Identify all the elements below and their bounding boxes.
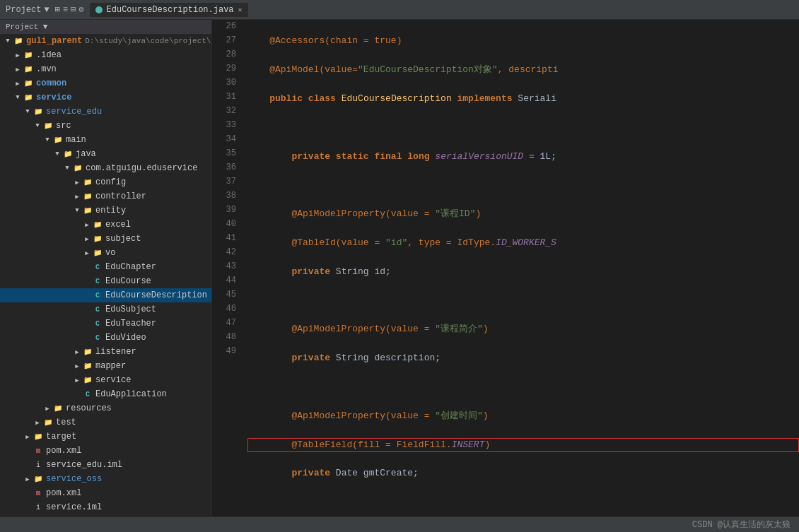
arrow-common: ▶: [13, 80, 23, 88]
sidebar-item-target[interactable]: ▶ 📁 target: [0, 430, 211, 444]
sidebar-item-test[interactable]: ▶ 📁 test: [0, 415, 211, 430]
arrow-service-edu: ▼: [23, 108, 33, 115]
src-label: src: [56, 121, 71, 131]
sidebar-item-eduteacher[interactable]: C EduTeacher: [0, 317, 211, 331]
sidebar-item-entity[interactable]: ▼ 📁 entity: [0, 203, 211, 218]
pom-oss-label: pom.xml: [46, 488, 81, 498]
eduapp-label: EduApplication: [95, 389, 167, 399]
project-dropdown-icon[interactable]: ▼: [44, 5, 49, 15]
root-label: guli_parent: [26, 36, 82, 46]
sidebar-item-pom-service-edu[interactable]: m pom.xml: [0, 444, 211, 458]
edusubject-icon: C: [92, 305, 103, 314]
icon-grid[interactable]: ⊞: [55, 4, 60, 15]
sidebar-item-java[interactable]: ▼ 📁 java: [0, 147, 211, 161]
sidebar-item-iml-service-edu[interactable]: i service_edu.iml: [0, 458, 211, 472]
eduteacher-label: EduTeacher: [105, 319, 156, 329]
config-icon: 📁: [82, 177, 93, 187]
eduvideo-label: EduVideo: [105, 333, 146, 343]
arrow-main: ▼: [42, 136, 52, 143]
entity-label: entity: [95, 206, 126, 215]
test-label: test: [56, 418, 76, 427]
arrow-subject: ▶: [82, 235, 92, 243]
mvn-folder-icon: 📁: [23, 64, 34, 74]
arrow-excel: ▶: [82, 221, 92, 229]
line-numbers: 26272829 30313233 34353637 38394041 4243…: [212, 20, 242, 516]
arrow-controller: ▶: [72, 193, 82, 201]
editor-tab-active[interactable]: EduCourseDescription.java ✕: [90, 3, 248, 17]
sidebar-item-eduapp[interactable]: C EduApplication: [0, 387, 211, 401]
service-oss-label: service_oss: [46, 474, 102, 484]
arrow-package: ▼: [62, 165, 72, 172]
sidebar-item-edusubject[interactable]: C EduSubject: [0, 302, 211, 317]
sidebar-item-package[interactable]: ▼ 📁 com.atguigu.eduservice: [0, 161, 211, 175]
root-path: D:\study\java\code\project\guli_par: [85, 37, 212, 45]
tree-root[interactable]: ▼ 📁 guli_parent D:\study\java\code\proje…: [0, 34, 211, 48]
controller-icon: 📁: [82, 191, 93, 201]
sidebar-item-service-edu[interactable]: ▼ 📁 service_edu: [0, 105, 211, 119]
sidebar-item-educhapter[interactable]: C EduChapter: [0, 260, 211, 274]
controller-label: controller: [95, 191, 146, 201]
arrow-listener: ▶: [72, 348, 82, 356]
sidebar-item-idea[interactable]: ▶ 📁 .idea: [0, 48, 211, 62]
line-36: @ApiModelProperty(value = "课程简介"): [247, 323, 799, 337]
sidebar-item-config[interactable]: ▶ 📁 config: [0, 175, 211, 189]
service-oss-icon: 📁: [33, 474, 44, 484]
service-sub-icon: 📁: [82, 375, 93, 385]
arrow-root: ▼: [3, 37, 13, 45]
arrow-resources: ▶: [42, 405, 52, 413]
sidebar-item-listener[interactable]: ▶ 📁 listener: [0, 345, 211, 359]
line-38: [247, 380, 799, 394]
sidebar-item-iml-service[interactable]: i service.iml: [0, 500, 211, 514]
line-26: @Accessors(chain = true): [247, 35, 799, 49]
iml-se-icon: i: [33, 460, 44, 470]
arrow-vo: ▶: [82, 249, 92, 257]
icon-settings[interactable]: ⚙: [78, 4, 83, 15]
sidebar-item-pom-oss[interactable]: m pom.xml: [0, 486, 211, 500]
sidebar-item-controller[interactable]: ▶ 📁 controller: [0, 189, 211, 203]
tab-close-icon[interactable]: ✕: [238, 6, 243, 14]
sidebar-item-mvn[interactable]: ▶ 📁 .mvn: [0, 62, 211, 76]
line-37: private String description;: [247, 352, 799, 366]
project-text: Project: [6, 5, 41, 15]
sidebar-item-main[interactable]: ▼ 📁 main: [0, 133, 211, 147]
sidebar-item-resources[interactable]: ▶ 📁 resources: [0, 401, 211, 415]
code-editor[interactable]: 26272829 30313233 34353637 38394041 4243…: [212, 20, 799, 516]
common-folder-icon: 📁: [23, 78, 34, 88]
listener-label: listener: [95, 347, 136, 357]
sidebar-item-common[interactable]: ▶ 📁 common: [0, 76, 211, 90]
vo-icon: 📁: [92, 248, 103, 258]
tab-label: EduCourseDescription.java: [107, 5, 234, 15]
package-label: com.atguigu.eduservice: [86, 163, 197, 173]
subject-icon: 📁: [92, 234, 103, 244]
arrow-idea: ▶: [13, 52, 23, 59]
pom-oss-icon: m: [33, 488, 44, 498]
sidebar-item-mapper[interactable]: ▶ 📁 mapper: [0, 359, 211, 373]
sidebar-item-src[interactable]: ▼ 📁 src: [0, 119, 211, 133]
package-icon: 📁: [72, 163, 83, 173]
sidebar-item-educourse[interactable]: C EduCourse: [0, 274, 211, 288]
mvn-label: .mvn: [36, 64, 57, 74]
java-label: java: [76, 149, 96, 159]
line-39: @ApiModelProperty(value = "创建时间"): [247, 409, 799, 423]
sidebar-item-vo[interactable]: ▶ 📁 vo: [0, 246, 211, 260]
line-35: [247, 294, 799, 308]
src-icon: 📁: [42, 121, 54, 131]
sidebar-item-educoursedesc[interactable]: C EduCourseDescription: [0, 288, 211, 302]
pom-se-icon: m: [33, 446, 44, 456]
sidebar-item-service-oss[interactable]: ▶ 📁 service_oss: [0, 472, 211, 486]
icon-list[interactable]: ≡: [63, 5, 68, 15]
icon-collapse[interactable]: ⊟: [71, 4, 76, 15]
sidebar-item-eduvideo[interactable]: C EduVideo: [0, 331, 211, 345]
sidebar-item-service[interactable]: ▼ 📁 service: [0, 90, 211, 105]
sidebar-item-service-sub[interactable]: ▶ 📁 service: [0, 373, 211, 387]
listener-icon: 📁: [82, 347, 93, 357]
educoursedesc-label: EduCourseDescription: [105, 290, 207, 300]
sidebar-item-excel[interactable]: ▶ 📁 excel: [0, 218, 211, 232]
educourse-label: EduCourse: [105, 276, 151, 286]
target-icon: 📁: [33, 432, 44, 442]
sidebar-item-subject[interactable]: ▶ 📁 subject: [0, 232, 211, 246]
resources-label: resources: [66, 403, 112, 413]
educhapter-label: EduChapter: [105, 262, 156, 272]
educourse-icon: C: [92, 276, 103, 286]
arrow-target: ▶: [23, 433, 33, 441]
